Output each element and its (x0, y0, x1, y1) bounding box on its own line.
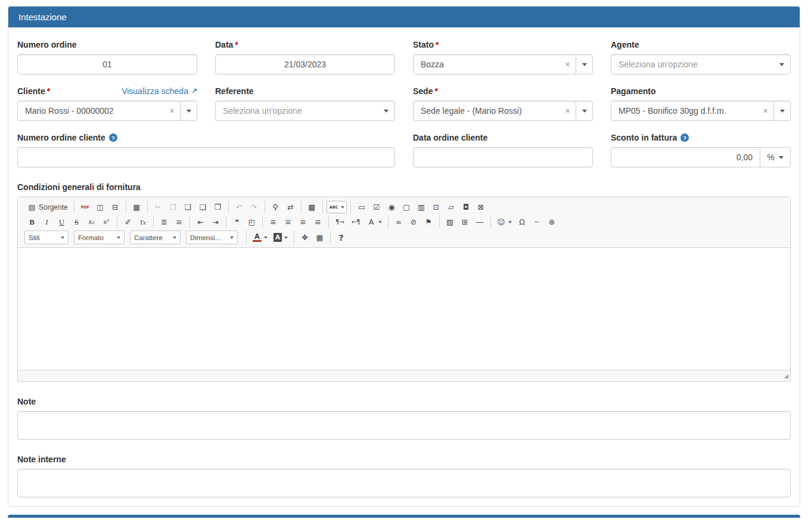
note-textarea[interactable] (17, 411, 791, 440)
styles-dropdown[interactable]: Stili (24, 231, 69, 244)
font-dropdown[interactable]: Carattere (130, 231, 181, 244)
numero-ordine-cliente-help-icon[interactable]: ? (109, 133, 117, 142)
field-agente: Agente Seleziona un'opzione (611, 39, 791, 74)
link-button[interactable]: ∞ (392, 216, 406, 228)
numbered-list-button[interactable]: ≣ (157, 216, 171, 228)
source-button[interactable]: ▤Sorgente (25, 201, 70, 213)
blockquote-button[interactable]: ❝ (230, 216, 244, 228)
spell-check-button[interactable]: ABC (327, 201, 347, 213)
pagamento-select[interactable]: MP05 - Bonifico 30gg d.f.f.m. × (611, 101, 791, 121)
paste-word-button[interactable]: ❒ (211, 201, 225, 213)
anchor-button[interactable]: ⚑ (422, 216, 436, 228)
data-input[interactable] (215, 54, 395, 74)
chevron-down-icon (582, 63, 587, 66)
preview-button[interactable]: ◫ (94, 201, 107, 213)
format-dropdown-label: Formato (78, 234, 104, 241)
size-dropdown[interactable]: Dimensi... (186, 231, 238, 244)
stato-label-text: Stato (413, 40, 434, 49)
sconto-label-text: Sconto in fattura (611, 133, 677, 142)
referente-select[interactable]: Seleziona un'opzione (215, 101, 395, 121)
text-field-button[interactable]: ▢ (399, 201, 413, 213)
image-button[interactable]: ▧ (443, 216, 457, 228)
format-dropdown[interactable]: Formato (74, 231, 125, 244)
numero-ordine-input[interactable] (17, 54, 197, 74)
cliente-select[interactable]: Mario Rossi - 00000002 × (17, 101, 197, 121)
sede-arrow-area (576, 101, 592, 120)
editor-content-area[interactable] (18, 248, 790, 370)
superscript-button[interactable]: x² (100, 216, 113, 228)
copy-formatting-button[interactable]: ✐ (121, 216, 135, 228)
outdent-button[interactable]: ⇤ (194, 216, 207, 228)
checkbox-button[interactable]: ☑ (369, 201, 383, 213)
numero-ordine-cliente-input[interactable] (17, 147, 395, 167)
horizontal-rule-button[interactable]: ― (473, 216, 487, 228)
stato-select[interactable]: Bozza × (413, 54, 593, 74)
font-dropdown-label: Carattere (134, 234, 163, 241)
align-left-button[interactable]: ≡ (266, 216, 280, 228)
underline-button[interactable]: U (55, 216, 69, 228)
about-button[interactable]: ? (334, 231, 348, 244)
sede-select[interactable]: Sede legale - (Mario Rossi) × (413, 101, 593, 121)
special-character-button[interactable]: Ω (515, 216, 529, 228)
form-button[interactable]: ▭ (355, 201, 368, 213)
select-field-button[interactable]: ⊡ (429, 201, 443, 213)
indent-icon: ⇥ (211, 217, 220, 227)
image-button-button[interactable]: ◘ (459, 201, 473, 213)
radio-button-button[interactable]: ◉ (384, 201, 398, 213)
find-button[interactable]: ⚲ (269, 201, 282, 213)
note-label: Note (17, 397, 791, 406)
templates-button[interactable]: ▦ (130, 201, 144, 213)
replace-button[interactable]: ⇄ (284, 201, 297, 213)
subscript-button[interactable]: x₂ (85, 216, 98, 228)
field-pagamento: Pagamento MP05 - Bonifico 30gg d.f.f.m. … (611, 86, 791, 121)
bidi-ltr-button[interactable]: ¶→ (332, 216, 347, 228)
table-button[interactable]: ⊞ (458, 216, 472, 228)
background-color-button[interactable]: A (271, 231, 290, 244)
field-data-ordine-cliente: Data ordine cliente (413, 132, 593, 167)
button-button[interactable]: ▱ (444, 201, 458, 213)
unlink-button[interactable]: ⊘ (407, 216, 421, 228)
sconto-unit-select[interactable]: % (760, 147, 791, 167)
pagamento-clear-icon[interactable]: × (761, 106, 773, 116)
align-center-button[interactable]: ≡ (281, 216, 295, 228)
textarea-button[interactable]: ▥ (414, 201, 428, 213)
export-pdf-button[interactable]: PDF (78, 201, 92, 213)
sconto-help-icon[interactable]: ? (680, 133, 689, 142)
italic-button[interactable]: I (40, 216, 54, 228)
paste-text-button[interactable]: ❑ (196, 201, 210, 213)
language-button[interactable]: A (365, 216, 384, 228)
resize-handle-icon[interactable]: ◢ (784, 373, 788, 379)
div-container-button[interactable]: ◰ (245, 216, 259, 228)
cliente-clear-icon[interactable]: × (167, 106, 180, 116)
align-justify-button[interactable]: ≡ (311, 216, 325, 228)
bidi-rtl-button[interactable]: ←¶ (349, 216, 363, 228)
paste-button[interactable]: ❏ (181, 201, 195, 213)
show-blocks-button[interactable]: ▦ (313, 231, 327, 244)
chevron-down-icon (779, 63, 784, 66)
remove-format-button[interactable]: Tx (136, 216, 150, 228)
strikethrough-button[interactable]: S (70, 216, 83, 228)
maximize-button[interactable]: ✥ (298, 231, 312, 244)
text-color-button[interactable]: A (250, 231, 270, 244)
print-button[interactable]: ⊟ (108, 201, 122, 213)
data-ordine-cliente-input[interactable] (413, 147, 593, 167)
stato-clear-icon[interactable]: × (563, 60, 576, 70)
sconto-input[interactable] (611, 147, 760, 167)
note-interne-textarea[interactable] (17, 469, 791, 497)
select-all-button[interactable]: ▩ (305, 201, 319, 213)
smiley-button[interactable]: ☺ (495, 216, 514, 228)
chevron-down-icon (284, 237, 288, 239)
hidden-field-button[interactable]: ⊠ (474, 201, 487, 213)
chevron-down-icon (230, 237, 234, 239)
indent-button[interactable]: ⇥ (209, 216, 222, 228)
align-right-button[interactable]: ≡ (296, 216, 310, 228)
chevron-down-icon (341, 206, 344, 209)
iframe-button[interactable]: ⊕ (545, 216, 559, 228)
visualizza-scheda-link[interactable]: Visualizza scheda ↗ (122, 86, 197, 96)
sede-clear-icon[interactable]: × (563, 106, 576, 116)
bold-button[interactable]: B (25, 216, 39, 228)
bulleted-list-button[interactable]: ≡ (172, 216, 186, 228)
source-label: Sorgente (39, 203, 68, 211)
agente-select[interactable]: Seleziona un'opzione (611, 54, 791, 74)
page-break-button[interactable]: ╌ (530, 216, 544, 228)
